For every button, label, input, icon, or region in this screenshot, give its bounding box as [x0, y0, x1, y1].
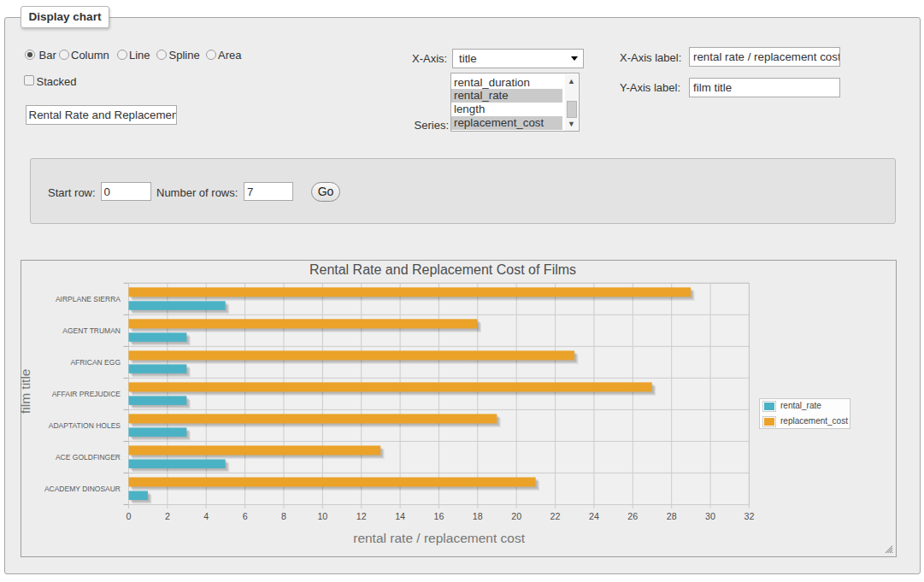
svg-text:AFRICAN EGG: AFRICAN EGG — [70, 358, 121, 367]
svg-text:ACADEMY DINOSAUR: ACADEMY DINOSAUR — [44, 485, 121, 493]
svg-text:10: 10 — [317, 511, 327, 521]
svg-text:rental rate / replacement cost: rental rate / replacement cost — [353, 531, 525, 545]
svg-text:28: 28 — [667, 511, 677, 521]
svg-text:Rental Rate and Replacement Co: Rental Rate and Replacement Cost of Film… — [309, 262, 576, 277]
svg-text:14: 14 — [395, 511, 405, 521]
svg-text:26: 26 — [627, 511, 638, 521]
svg-text:AFFAIR PREJUDICE: AFFAIR PREJUDICE — [52, 390, 121, 398]
svg-text:20: 20 — [511, 511, 521, 521]
svg-text:AGENT TRUMAN: AGENT TRUMAN — [62, 326, 121, 335]
svg-text:22: 22 — [550, 511, 561, 521]
svg-text:film title: film title — [21, 369, 32, 414]
svg-text:AIRPLANE SIERRA: AIRPLANE SIERRA — [56, 295, 121, 303]
svg-text:6: 6 — [243, 511, 248, 521]
svg-text:30: 30 — [705, 511, 715, 521]
svg-text:ADAPTATION HOLES: ADAPTATION HOLES — [49, 421, 121, 430]
svg-text:18: 18 — [473, 511, 483, 521]
svg-text:8: 8 — [281, 511, 286, 521]
svg-text:32: 32 — [744, 511, 754, 521]
svg-text:24: 24 — [589, 511, 599, 521]
svg-text:16: 16 — [434, 511, 444, 521]
svg-text:4: 4 — [203, 511, 209, 521]
svg-text:0: 0 — [127, 511, 132, 521]
svg-text:2: 2 — [165, 511, 170, 521]
svg-text:12: 12 — [356, 511, 367, 521]
svg-text:ACE GOLDFINGER: ACE GOLDFINGER — [56, 453, 121, 461]
